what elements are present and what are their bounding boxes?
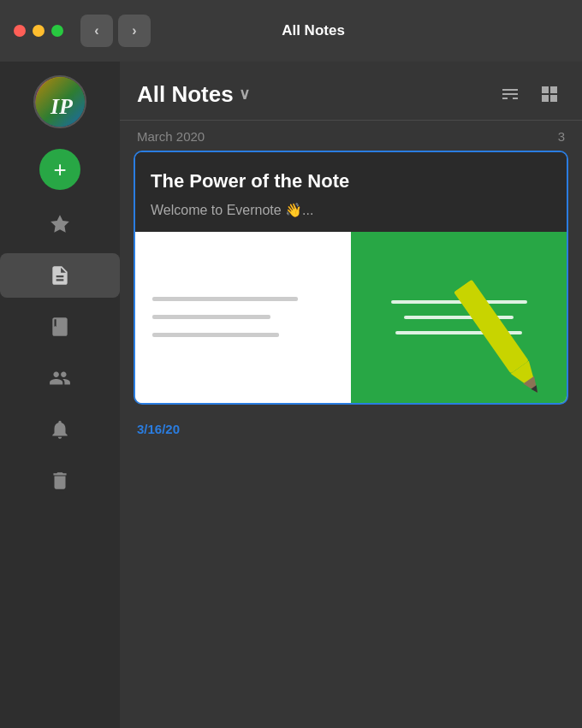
all-notes-label: All Notes: [137, 81, 234, 108]
svg-text:IP: IP: [50, 94, 74, 119]
notes-list: The Power of the Note Welcome to Evernot…: [120, 151, 582, 728]
trash-icon: [49, 470, 71, 492]
section-month: March 2020: [137, 129, 205, 144]
reminder-icon: [49, 418, 71, 441]
titlebar: ‹ › All Notes: [0, 0, 582, 62]
sidebar-item-notebooks[interactable]: [0, 305, 120, 349]
sort-icon: [500, 84, 520, 104]
note-date: 3/16/20: [134, 415, 568, 447]
main-layout: IP +: [0, 62, 582, 728]
sidebar-item-trash[interactable]: [0, 459, 120, 503]
note-image-content: [135, 232, 567, 403]
pencil-icon: [436, 267, 565, 402]
content-area: All Notes ∨ March 2020: [120, 62, 582, 728]
sidebar: IP +: [0, 62, 120, 728]
layout-icon: [539, 84, 560, 104]
sidebar-item-notes[interactable]: [0, 253, 120, 298]
note-card-image: [135, 232, 567, 403]
note-image-right: [351, 232, 567, 403]
chevron-down-icon: ∨: [239, 85, 250, 104]
traffic-lights: [14, 25, 63, 37]
note-image-left: [135, 232, 351, 403]
new-note-button[interactable]: +: [39, 149, 80, 190]
note-card[interactable]: The Power of the Note Welcome to Evernot…: [134, 151, 568, 405]
note-line-3: [152, 333, 279, 337]
minimize-button[interactable]: [33, 25, 45, 37]
note-title: The Power of the Note: [151, 169, 551, 193]
notes-icon: [49, 264, 71, 287]
section-header: March 2020 3: [120, 121, 582, 151]
header-actions: [495, 79, 565, 109]
note-line-1: [152, 297, 298, 301]
sidebar-item-shared[interactable]: [0, 356, 120, 400]
section-count: 3: [558, 129, 565, 144]
avatar[interactable]: IP: [33, 75, 86, 128]
all-notes-title[interactable]: All Notes ∨: [137, 81, 250, 108]
avatar-inner: IP: [35, 77, 85, 127]
star-icon: [49, 213, 71, 235]
avatar-svg: IP: [35, 77, 86, 128]
note-preview: Welcome to Evernote 👋...: [151, 202, 551, 218]
note-line-2: [152, 315, 270, 319]
note-card-top: The Power of the Note Welcome to Evernot…: [135, 152, 567, 232]
notebook-icon: [49, 316, 71, 338]
svg-rect-2: [454, 279, 529, 373]
layout-button[interactable]: [534, 79, 565, 109]
sidebar-item-favorites[interactable]: [0, 202, 120, 246]
sidebar-item-reminders[interactable]: [0, 407, 120, 452]
people-icon: [49, 367, 71, 389]
close-button[interactable]: [14, 25, 26, 37]
titlebar-title: All Notes: [58, 22, 568, 39]
sort-button[interactable]: [495, 79, 526, 109]
content-header: All Notes ∨: [120, 62, 582, 120]
